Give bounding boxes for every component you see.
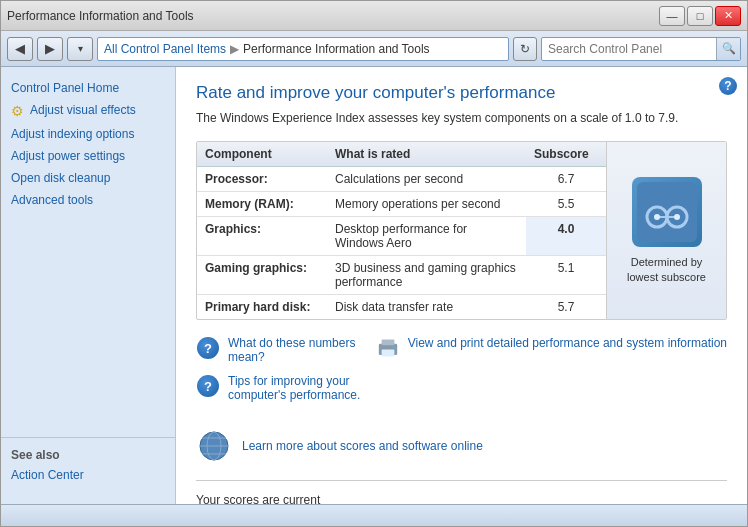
titlebar-buttons: — □ ✕	[659, 6, 741, 26]
subscore-processor: 6.7	[526, 167, 606, 192]
sidebar: Control Panel Home ⚙ Adjust visual effec…	[1, 67, 176, 504]
component-disk: Primary hard disk:	[197, 295, 327, 320]
sidebar-item-home[interactable]: Control Panel Home	[1, 77, 175, 99]
sidebar-item-power[interactable]: Adjust power settings	[1, 145, 175, 167]
sidebar-item-visual-effects[interactable]: ⚙ Adjust visual effects	[1, 99, 175, 123]
what-numbers-link-text: What do these numbers mean?	[228, 336, 366, 364]
svg-point-4	[654, 214, 660, 220]
base-score-label: Determined by lowest subscore	[617, 255, 716, 284]
subscore-ram: 5.5	[526, 192, 606, 217]
home-label: Control Panel Home	[11, 81, 119, 95]
view-print-row: View and print detailed performance and …	[376, 336, 727, 360]
breadcrumb-item-1[interactable]: All Control Panel Items	[104, 42, 226, 56]
refresh-button[interactable]: ↻	[513, 37, 537, 61]
printer-icon	[376, 336, 400, 360]
sidebar-item-indexing[interactable]: Adjust indexing options	[1, 123, 175, 145]
learn-more-link[interactable]: Learn more about scores and software onl…	[242, 439, 483, 453]
component-processor: Processor:	[197, 167, 327, 192]
col-subscore: Subscore	[526, 142, 606, 167]
table-row: Primary hard disk: Disk data transfer ra…	[197, 295, 606, 320]
window-title: Performance Information and Tools	[7, 9, 659, 23]
link-row-numbers: ? What do these numbers mean?	[196, 336, 366, 364]
tips-link-text: Tips for improving your computer's perfo…	[228, 374, 366, 402]
table-row: Processor: Calculations per second 6.7	[197, 167, 606, 192]
component-graphics: Graphics:	[197, 217, 327, 256]
table-row: Graphics: Desktop performance for Window…	[197, 217, 606, 256]
links-area: ? What do these numbers mean? ? Tips for…	[196, 336, 727, 412]
tips-link[interactable]: Tips for improving your computer's perfo…	[228, 374, 360, 402]
svg-rect-8	[381, 349, 394, 356]
table-row: Memory (RAM): Memory operations per seco…	[197, 192, 606, 217]
base-score-panel: Determined by lowest subscore	[606, 142, 726, 319]
titlebar: Performance Information and Tools — □ ✕	[1, 1, 747, 31]
see-also-label: See also	[11, 448, 165, 462]
page-title: Rate and improve your computer's perform…	[196, 83, 727, 103]
svg-rect-7	[381, 340, 394, 346]
view-print-link-text: View and print detailed performance and …	[408, 336, 727, 350]
component-gaming: Gaming graphics:	[197, 256, 327, 295]
visual-effects-link[interactable]: Adjust visual effects	[30, 103, 136, 117]
search-box[interactable]: 🔍	[541, 37, 741, 61]
maximize-button[interactable]: □	[687, 6, 713, 26]
status-bar: Your scores are current Last update: 10/…	[196, 480, 727, 504]
main-area: Control Panel Home ⚙ Adjust visual effec…	[1, 67, 747, 504]
help-icon[interactable]: ?	[719, 77, 737, 95]
sidebar-item-disk[interactable]: Open disk cleanup	[1, 167, 175, 189]
what-processor: Calculations per second	[327, 167, 526, 192]
subscore-disk: 5.7	[526, 295, 606, 320]
what-gaming: 3D business and gaming graphics performa…	[327, 256, 526, 295]
back-button[interactable]: ◀	[7, 37, 33, 61]
what-disk: Disk data transfer rate	[327, 295, 526, 320]
performance-graphic	[637, 182, 697, 242]
base-score-icon	[632, 177, 702, 247]
sidebar-item-action-center[interactable]: Action Center	[11, 466, 165, 484]
action-center-link[interactable]: Action Center	[11, 468, 84, 482]
address-box[interactable]: All Control Panel Items ▶ Performance In…	[97, 37, 509, 61]
col-what: What is rated	[327, 142, 526, 167]
right-links: View and print detailed performance and …	[376, 336, 727, 412]
addressbar: ◀ ▶ ▾ All Control Panel Items ▶ Performa…	[1, 31, 747, 67]
component-ram: Memory (RAM):	[197, 192, 327, 217]
col-component: Component	[197, 142, 327, 167]
page-subtitle: The Windows Experience Index assesses ke…	[196, 111, 727, 125]
breadcrumb-item-2: Performance Information and Tools	[243, 42, 430, 56]
what-ram: Memory operations per second	[327, 192, 526, 217]
gear-icon: ⚙	[11, 103, 24, 119]
score-table-wrapper: Component What is rated Subscore Process…	[196, 141, 727, 320]
indexing-link[interactable]: Adjust indexing options	[11, 127, 134, 141]
advanced-link[interactable]: Advanced tools	[11, 193, 93, 207]
score-table: Component What is rated Subscore Process…	[197, 142, 606, 319]
printer-svg	[376, 334, 400, 362]
svg-point-9	[393, 347, 396, 350]
content-area: ? Rate and improve your computer's perfo…	[176, 67, 747, 504]
left-links: ? What do these numbers mean? ? Tips for…	[196, 336, 366, 412]
main-window: Performance Information and Tools — □ ✕ …	[0, 0, 748, 527]
what-numbers-link[interactable]: What do these numbers mean?	[228, 336, 355, 364]
power-link[interactable]: Adjust power settings	[11, 149, 125, 163]
search-input[interactable]	[542, 42, 716, 56]
link-row-tips: ? Tips for improving your computer's per…	[196, 374, 366, 402]
view-print-link[interactable]: View and print detailed performance and …	[408, 336, 727, 350]
window-statusbar	[1, 504, 747, 526]
dropdown-button[interactable]: ▾	[67, 37, 93, 61]
globe-svg	[196, 428, 232, 464]
learn-row: Learn more about scores and software onl…	[196, 428, 727, 464]
close-button[interactable]: ✕	[715, 6, 741, 26]
scores-current: Your scores are current	[196, 491, 369, 504]
learn-icon	[196, 428, 232, 464]
question-icon-1: ?	[196, 336, 220, 360]
status-text: Your scores are current Last update: 10/…	[196, 491, 369, 504]
what-graphics: Desktop performance for Windows Aero	[327, 217, 526, 256]
subscore-gaming: 5.1	[526, 256, 606, 295]
breadcrumb-sep: ▶	[230, 42, 239, 56]
breadcrumb: All Control Panel Items ▶ Performance In…	[104, 42, 502, 56]
question-icon-2: ?	[196, 374, 220, 398]
see-also-section: See also Action Center	[1, 437, 175, 494]
subscore-graphics: 4.0	[526, 217, 606, 256]
search-icon[interactable]: 🔍	[716, 38, 740, 60]
disk-link[interactable]: Open disk cleanup	[11, 171, 110, 185]
svg-point-5	[674, 214, 680, 220]
forward-button[interactable]: ▶	[37, 37, 63, 61]
sidebar-item-advanced[interactable]: Advanced tools	[1, 189, 175, 211]
minimize-button[interactable]: —	[659, 6, 685, 26]
